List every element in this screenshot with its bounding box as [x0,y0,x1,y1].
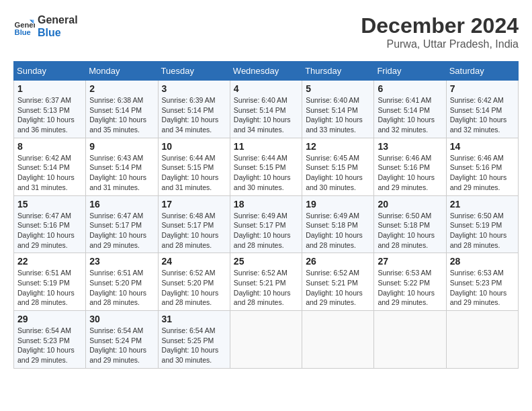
svg-text:Blue: Blue [15,28,31,36]
day-number: 2 [89,83,154,94]
day-number: 21 [450,199,515,210]
calendar-cell: 4Sunrise: 6:40 AMSunset: 5:14 PMDaylight… [230,81,302,138]
calendar-cell: 24Sunrise: 6:52 AMSunset: 5:20 PMDayligh… [158,253,230,311]
day-number: 22 [17,256,82,267]
day-number: 3 [162,83,226,94]
day-info: Sunrise: 6:41 AMSunset: 5:14 PMDaylight:… [378,95,442,135]
day-info: Sunrise: 6:42 AMSunset: 5:14 PMDaylight:… [450,95,515,135]
day-info: Sunrise: 6:48 AMSunset: 5:17 PMDaylight:… [162,211,226,250]
day-number: 13 [378,141,442,152]
day-info: Sunrise: 6:52 AMSunset: 5:21 PMDaylight:… [234,268,298,308]
day-number: 10 [162,141,226,152]
calendar-cell: 22Sunrise: 6:51 AMSunset: 5:19 PMDayligh… [14,253,86,311]
calendar-cell: 5Sunrise: 6:40 AMSunset: 5:14 PMDaylight… [302,81,374,138]
calendar-cell: 28Sunrise: 6:53 AMSunset: 5:23 PMDayligh… [446,253,518,311]
page-header: General Blue General Blue December 2024 … [13,13,519,50]
day-info: Sunrise: 6:51 AMSunset: 5:19 PMDaylight:… [17,268,82,308]
calendar-table: SundayMondayTuesdayWednesdayThursdayFrid… [13,61,519,369]
calendar-cell: 15Sunrise: 6:47 AMSunset: 5:16 PMDayligh… [14,195,86,253]
day-number: 26 [306,256,370,267]
day-info: Sunrise: 6:53 AMSunset: 5:23 PMDaylight:… [450,268,515,308]
logo-general: General [38,13,78,26]
calendar-cell: 29Sunrise: 6:54 AMSunset: 5:23 PMDayligh… [14,311,86,369]
day-info: Sunrise: 6:49 AMSunset: 5:18 PMDaylight:… [306,211,370,250]
day-info: Sunrise: 6:46 AMSunset: 5:16 PMDaylight:… [378,153,442,193]
day-info: Sunrise: 6:50 AMSunset: 5:18 PMDaylight:… [378,211,442,250]
calendar-cell [446,311,518,369]
calendar-cell [302,311,374,369]
day-info: Sunrise: 6:54 AMSunset: 5:24 PMDaylight:… [89,326,154,365]
calendar-cell: 2Sunrise: 6:38 AMSunset: 5:14 PMDaylight… [86,81,158,138]
day-info: Sunrise: 6:53 AMSunset: 5:22 PMDaylight:… [378,268,442,308]
day-number: 20 [378,199,442,210]
calendar-cell: 20Sunrise: 6:50 AMSunset: 5:18 PMDayligh… [374,195,446,253]
day-number: 29 [17,314,82,324]
day-number: 16 [89,199,154,210]
day-number: 19 [306,199,370,210]
calendar-cell: 21Sunrise: 6:50 AMSunset: 5:19 PMDayligh… [446,195,518,253]
main-title: December 2024 [361,13,519,38]
day-number: 30 [89,314,154,324]
calendar-cell: 1Sunrise: 6:37 AMSunset: 5:13 PMDaylight… [14,81,86,138]
calendar-header-friday: Friday [374,62,446,81]
day-number: 7 [450,83,515,94]
day-info: Sunrise: 6:37 AMSunset: 5:13 PMDaylight:… [17,95,82,135]
calendar-cell: 8Sunrise: 6:42 AMSunset: 5:14 PMDaylight… [14,138,86,195]
day-number: 31 [162,314,226,324]
day-number: 28 [450,256,515,267]
calendar-cell: 31Sunrise: 6:54 AMSunset: 5:25 PMDayligh… [158,311,230,369]
calendar-cell [374,311,446,369]
calendar-cell [230,311,302,369]
calendar-header-monday: Monday [86,62,158,81]
title-section: December 2024 Purwa, Uttar Pradesh, Indi… [361,13,519,50]
calendar-cell: 27Sunrise: 6:53 AMSunset: 5:22 PMDayligh… [374,253,446,311]
day-info: Sunrise: 6:46 AMSunset: 5:16 PMDaylight:… [450,153,515,193]
day-number: 27 [378,256,442,267]
calendar-header-thursday: Thursday [302,62,374,81]
day-number: 14 [450,141,515,152]
day-info: Sunrise: 6:54 AMSunset: 5:25 PMDaylight:… [162,326,226,365]
calendar-cell: 14Sunrise: 6:46 AMSunset: 5:16 PMDayligh… [446,138,518,195]
day-number: 5 [306,83,370,94]
day-number: 1 [17,83,82,94]
calendar-cell: 19Sunrise: 6:49 AMSunset: 5:18 PMDayligh… [302,195,374,253]
calendar-header-wednesday: Wednesday [230,62,302,81]
calendar-header-tuesday: Tuesday [158,62,230,81]
day-info: Sunrise: 6:52 AMSunset: 5:21 PMDaylight:… [306,268,370,308]
day-number: 8 [17,141,82,152]
calendar-cell: 6Sunrise: 6:41 AMSunset: 5:14 PMDaylight… [374,81,446,138]
calendar-cell: 13Sunrise: 6:46 AMSunset: 5:16 PMDayligh… [374,138,446,195]
day-info: Sunrise: 6:45 AMSunset: 5:15 PMDaylight:… [306,153,370,193]
calendar-cell: 10Sunrise: 6:44 AMSunset: 5:15 PMDayligh… [158,138,230,195]
day-info: Sunrise: 6:47 AMSunset: 5:17 PMDaylight:… [89,211,154,250]
subtitle: Purwa, Uttar Pradesh, India [361,38,519,50]
calendar-cell: 11Sunrise: 6:44 AMSunset: 5:15 PMDayligh… [230,138,302,195]
day-number: 11 [234,141,298,152]
day-number: 15 [17,199,82,210]
calendar-cell: 12Sunrise: 6:45 AMSunset: 5:15 PMDayligh… [302,138,374,195]
calendar-cell: 18Sunrise: 6:49 AMSunset: 5:17 PMDayligh… [230,195,302,253]
day-number: 18 [234,199,298,210]
day-info: Sunrise: 6:40 AMSunset: 5:14 PMDaylight:… [234,95,298,135]
calendar-cell: 25Sunrise: 6:52 AMSunset: 5:21 PMDayligh… [230,253,302,311]
calendar-cell: 7Sunrise: 6:42 AMSunset: 5:14 PMDaylight… [446,81,518,138]
day-info: Sunrise: 6:44 AMSunset: 5:15 PMDaylight:… [234,153,298,193]
day-info: Sunrise: 6:47 AMSunset: 5:16 PMDaylight:… [17,211,82,250]
day-info: Sunrise: 6:40 AMSunset: 5:14 PMDaylight:… [306,95,370,135]
day-number: 6 [378,83,442,94]
calendar-cell: 17Sunrise: 6:48 AMSunset: 5:17 PMDayligh… [158,195,230,253]
day-number: 17 [162,199,226,210]
day-info: Sunrise: 6:44 AMSunset: 5:15 PMDaylight:… [162,153,226,193]
logo-icon: General Blue [13,15,35,37]
day-info: Sunrise: 6:52 AMSunset: 5:20 PMDaylight:… [162,268,226,308]
calendar-cell: 9Sunrise: 6:43 AMSunset: 5:14 PMDaylight… [86,138,158,195]
calendar-cell: 30Sunrise: 6:54 AMSunset: 5:24 PMDayligh… [86,311,158,369]
day-info: Sunrise: 6:51 AMSunset: 5:20 PMDaylight:… [89,268,154,308]
day-info: Sunrise: 6:42 AMSunset: 5:14 PMDaylight:… [17,153,82,193]
day-info: Sunrise: 6:54 AMSunset: 5:23 PMDaylight:… [17,326,82,365]
day-info: Sunrise: 6:49 AMSunset: 5:17 PMDaylight:… [234,211,298,250]
calendar-header-saturday: Saturday [446,62,518,81]
day-info: Sunrise: 6:38 AMSunset: 5:14 PMDaylight:… [89,95,154,135]
day-info: Sunrise: 6:39 AMSunset: 5:14 PMDaylight:… [162,95,226,135]
day-number: 24 [162,256,226,267]
